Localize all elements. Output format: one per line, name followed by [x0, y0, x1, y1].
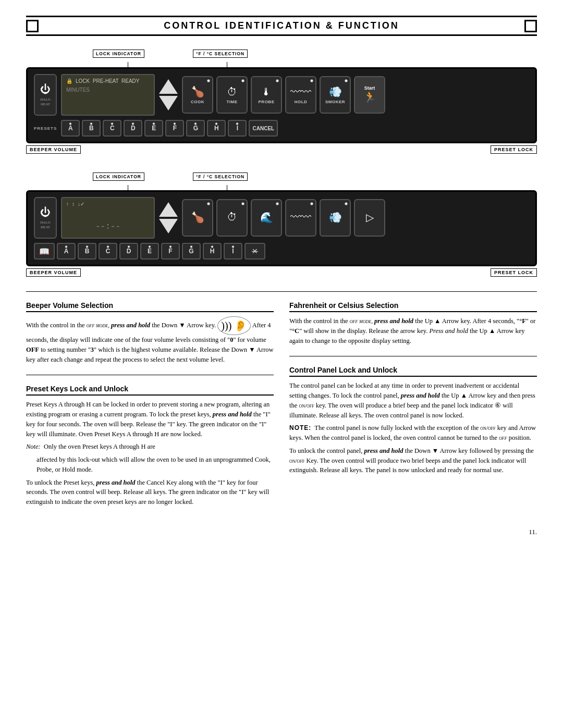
time-icon-2: ⏱: [227, 211, 237, 223]
beeper-volume-label-2: BEEPER VOLUME: [26, 268, 81, 277]
preset-i-1[interactable]: I: [228, 120, 247, 137]
preset-a-2[interactable]: A: [57, 243, 76, 260]
hold-label: HOLD: [295, 100, 308, 104]
lock-icon-display: 🔒: [66, 78, 72, 84]
preset-e-1[interactable]: E: [144, 120, 163, 137]
beeper-section-body: With the control in the off mode, press …: [26, 316, 274, 364]
indicator-check-2: ↓✓: [78, 201, 84, 207]
cancel-button-2[interactable]: ✕: [244, 243, 265, 260]
cook-button-2[interactable]: 🍗: [182, 199, 213, 237]
preset-lock-body: Preset Keys A through H can be locked in…: [26, 400, 274, 507]
preset-g-1[interactable]: G: [186, 120, 205, 137]
time-button-2[interactable]: ⏱: [216, 199, 248, 237]
probe-icon-2: 🌊: [260, 211, 273, 224]
arrow-down-1[interactable]: [159, 96, 178, 110]
bottom-labels-1: BEEPER VOLUME PRESET LOCK: [26, 145, 537, 154]
cook-icon-2: 🍗: [191, 211, 204, 224]
beeper-volume-label-1: BEEPER VOLUME: [26, 145, 81, 154]
smoker-button-2[interactable]: 💨: [320, 199, 351, 237]
preset-c-1[interactable]: C: [103, 120, 121, 137]
divider-preset: [26, 375, 274, 375]
control-lock-section: Control Panel Lock and Unlock The contro…: [289, 366, 537, 475]
book-button-2[interactable]: 📖: [34, 243, 55, 260]
preset-e-2[interactable]: E: [140, 243, 159, 260]
function-buttons-1: 🍗 COOK ⏱ TIME 🌡 PROBE 〰〰 HOLD: [182, 76, 529, 114]
preset-f-2[interactable]: F: [161, 243, 180, 260]
fahr-selection-label-1: °F / °C SELECTION: [193, 50, 248, 58]
play-icon-2: ▷: [366, 211, 374, 224]
time-icon: ⏱: [227, 86, 237, 98]
play-button-2[interactable]: ▷: [354, 199, 385, 237]
arrow-keys-1: [159, 79, 178, 110]
power-button-2[interactable]: ⏻ HALOHEAT: [34, 197, 57, 239]
smoker-icon: 💨: [329, 85, 342, 98]
control-panel-2: ⏻ HALOHEAT ↑ ↕ ↓✓ --:--: [26, 190, 537, 266]
smoker-button[interactable]: 💨 SMOKER: [320, 76, 351, 114]
indicator-up2-2: ↕: [72, 201, 75, 207]
display-2: ↑ ↕ ↓✓ --:--: [61, 197, 155, 239]
control-panel-1: ⏻ HALOHEAT 🔒 LOCK PRE-HEAT READY MINUTES: [26, 67, 537, 143]
control-lock-title: Control Panel Lock and Unlock: [289, 366, 537, 377]
preset-h-2[interactable]: H: [203, 243, 222, 260]
smoker-icon-2: 💨: [329, 211, 342, 224]
hold-button[interactable]: 〰〰 HOLD: [285, 76, 316, 114]
preset-d-1[interactable]: D: [124, 120, 142, 137]
cook-icon: 🍗: [191, 85, 204, 98]
minutes-label: MINUTES: [66, 87, 150, 93]
arrow-up-2[interactable]: [159, 202, 178, 217]
preset-lock-title: Preset Keys Lock and Unlock: [26, 385, 274, 396]
cancel-button-1[interactable]: CANCEL: [249, 120, 278, 137]
content-area: Beeper Volume Selection With the control…: [26, 301, 537, 517]
preset-lock-section: Preset Keys Lock and Unlock Preset Keys …: [26, 385, 274, 507]
divider-main: [26, 291, 537, 292]
preset-h-1[interactable]: H: [207, 120, 226, 137]
fahrenheit-section: Fahrenheit or Celsius Selection With the…: [289, 301, 537, 346]
preset-lock-label-2: PRESET LOCK: [491, 268, 537, 277]
hold-icon: 〰〰: [290, 86, 311, 98]
probe-button[interactable]: 🌡 PROBE: [251, 76, 282, 114]
diagram-2: LOCK INDICATOR °F / °C SELECTION ⏻ HALOH…: [26, 168, 537, 277]
page-title: CONTROL IDENTIFICATION & FUNCTION: [26, 16, 537, 36]
function-buttons-2: 🍗 ⏱ 🌊 〰〰 💨 ▷: [182, 199, 529, 237]
right-column: Fahrenheit or Celsius Selection With the…: [289, 301, 537, 517]
preset-b-2[interactable]: B: [78, 243, 96, 260]
halo-heat-label-1: HALOHEAT: [40, 97, 50, 106]
fahrenheit-body: With the control in the off mode, press …: [289, 316, 537, 346]
lock-indicator-label-2: LOCK INDICATOR: [93, 172, 144, 181]
time-label: TIME: [226, 100, 237, 104]
start-button[interactable]: Start 🏃: [354, 76, 385, 114]
preset-b-1[interactable]: B: [82, 120, 101, 137]
preset-row-2: 📖 A B C D E F G H: [34, 243, 529, 260]
preset-i-2[interactable]: I: [224, 243, 242, 260]
power-button-1[interactable]: ⏻ HALOHEAT: [34, 74, 57, 116]
preset-c-2[interactable]: C: [99, 243, 117, 260]
preset-f-1[interactable]: F: [165, 120, 184, 137]
preset-lock-label-1: PRESET LOCK: [491, 145, 537, 154]
bottom-labels-2: BEEPER VOLUME PRESET LOCK: [26, 268, 537, 277]
arrow-down-2[interactable]: [159, 219, 178, 233]
time-display-2: --:--: [66, 219, 150, 235]
arrow-up-1[interactable]: [159, 79, 178, 94]
arrow-keys-2: [159, 202, 178, 233]
probe-icon: 🌡: [261, 86, 272, 98]
presets-label-1: PRESETS: [34, 126, 57, 131]
preset-row-1: PRESETS A B C D E F G H: [34, 120, 529, 137]
time-button[interactable]: ⏱ TIME: [216, 76, 248, 114]
lock-indicator-label-1: LOCK INDICATOR: [93, 50, 144, 58]
preset-a-1[interactable]: A: [61, 120, 80, 137]
cook-button[interactable]: 🍗 COOK: [182, 76, 213, 114]
fahr-selection-label-2: °F / °C SELECTION: [193, 172, 248, 181]
beeper-section-title: Beeper Volume Selection: [26, 301, 274, 312]
probe-button-2[interactable]: 🌊: [251, 199, 282, 237]
preheat-indicator: LOCK PRE-HEAT READY: [76, 78, 139, 84]
preset-d-2[interactable]: D: [119, 243, 138, 260]
smoker-label: SMOKER: [325, 100, 345, 104]
start-icon: 🏃: [363, 91, 376, 103]
divider-control-lock: [289, 356, 537, 356]
hold-button-2[interactable]: 〰〰: [285, 199, 316, 237]
halo-heat-label-2: HALOHEAT: [40, 220, 50, 229]
fahrenheit-title: Fahrenheit or Celsius Selection: [289, 301, 537, 312]
preset-g-2[interactable]: G: [182, 243, 201, 260]
start-label: Start: [364, 85, 375, 91]
probe-label: PROBE: [259, 100, 275, 104]
